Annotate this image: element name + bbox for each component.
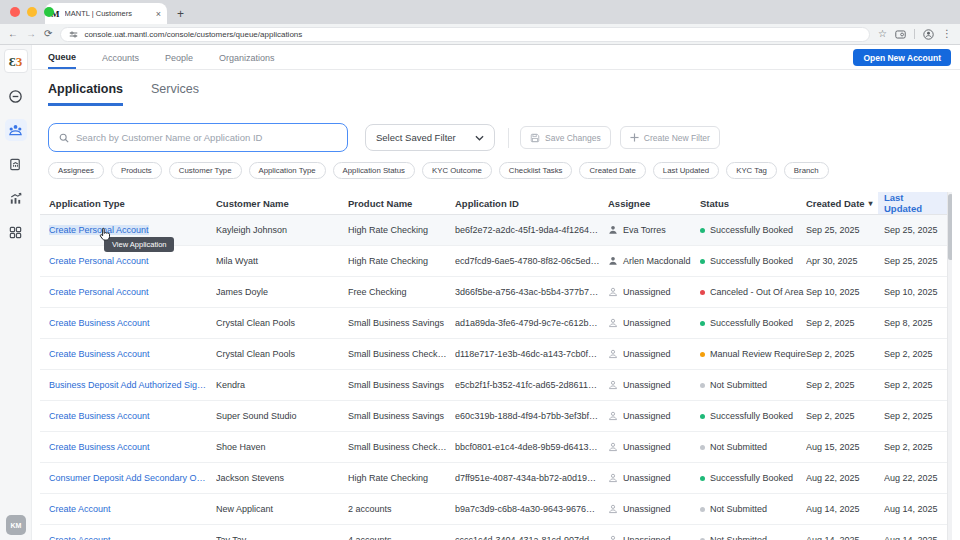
application-type-link[interactable]: Create Business Account bbox=[49, 318, 216, 328]
customer-name-cell: Kayleigh Johnson bbox=[216, 225, 348, 235]
kebab-menu-icon[interactable]: ⋮ bbox=[942, 29, 952, 39]
filter-chip[interactable]: Customer Type bbox=[169, 162, 242, 179]
assignee-cell: Unassigned bbox=[608, 411, 700, 421]
back-icon[interactable]: ← bbox=[8, 29, 18, 39]
table-row[interactable]: Consumer Deposit Add Secondary Owner Jac… bbox=[40, 463, 952, 494]
window-controls[interactable] bbox=[10, 7, 54, 17]
forward-icon[interactable]: → bbox=[26, 29, 36, 39]
tab-close-icon[interactable]: × bbox=[156, 9, 161, 19]
filter-chip[interactable]: KYC Outcome bbox=[422, 162, 492, 179]
col-customer-name[interactable]: Customer Name bbox=[216, 192, 348, 214]
table-row[interactable]: Create Account Tay Tay 4 accounts cccc1c… bbox=[40, 525, 952, 540]
bookmark-star-icon[interactable]: ☆ bbox=[878, 29, 887, 39]
table-row[interactable]: Create Personal Account James Doyle Free… bbox=[40, 277, 952, 308]
table-scrollbar[interactable] bbox=[947, 192, 952, 540]
nav-item-accounts[interactable]: Accounts bbox=[102, 46, 139, 68]
application-type-link[interactable]: Create Personal Account bbox=[49, 256, 216, 266]
saved-filter-dropdown[interactable]: Select Saved Filter bbox=[365, 124, 495, 151]
tab-search-icon[interactable] bbox=[895, 30, 906, 39]
user-avatar[interactable]: KM bbox=[6, 515, 26, 535]
last-updated-cell: Sep 2, 2025 bbox=[884, 442, 952, 452]
last-updated-cell: Sep 2, 2025 bbox=[884, 380, 952, 390]
status-cell: Successfully Booked bbox=[700, 473, 806, 483]
table-row[interactable]: Create Personal Account Mila Wyatt High … bbox=[40, 246, 952, 277]
assignee-cell: Arlen Macdonald bbox=[608, 256, 700, 266]
product-name-cell: High Rate Checking bbox=[348, 225, 455, 235]
application-id-cell: cccc1c4d-3404-431a-81cd-907dd27b7253 bbox=[455, 535, 608, 540]
application-type-link[interactable]: Create Personal Account bbox=[49, 225, 216, 235]
status-cell: Not Submitted bbox=[700, 535, 806, 540]
application-type-link[interactable]: Create Business Account bbox=[49, 411, 216, 421]
col-created-date[interactable]: Created Date▾ bbox=[806, 192, 884, 214]
nav-item-people[interactable]: People bbox=[165, 46, 193, 68]
sidebar-item-analytics[interactable] bbox=[5, 187, 27, 209]
col-last-updated[interactable]: Last Updated▾ bbox=[878, 192, 952, 214]
customer-name-cell: Kendra bbox=[216, 380, 348, 390]
sidebar-item-apps[interactable] bbox=[5, 221, 27, 243]
application-type-link[interactable]: Create Business Account bbox=[49, 442, 216, 452]
window-close-button[interactable] bbox=[10, 7, 20, 17]
toolbar-divider bbox=[914, 29, 915, 39]
reload-icon[interactable]: ⟳ bbox=[44, 29, 52, 39]
browser-tab[interactable]: M MANTL | Customers × bbox=[45, 3, 167, 24]
filter-chip[interactable]: Created Date bbox=[579, 162, 645, 179]
customer-name-cell: Jackson Stevens bbox=[216, 473, 348, 483]
status-cell: Successfully Booked bbox=[700, 256, 806, 266]
table-row[interactable]: Create Business Account Crystal Clean Po… bbox=[40, 308, 952, 339]
search-field[interactable] bbox=[48, 123, 348, 152]
table-row[interactable]: Business Deposit Add Authorized Signer K… bbox=[40, 370, 952, 401]
filter-chip[interactable]: KYC Tag bbox=[726, 162, 777, 179]
table-row[interactable]: Create Business Account Super Sound Stud… bbox=[40, 401, 952, 432]
last-updated-cell: Sep 2, 2025 bbox=[884, 349, 952, 359]
table-row[interactable]: Create Account New Applicant 2 accounts … bbox=[40, 494, 952, 525]
application-type-link[interactable]: Create Account bbox=[49, 535, 216, 540]
profile-icon[interactable] bbox=[923, 29, 934, 40]
filter-chip[interactable]: Application Status bbox=[333, 162, 415, 179]
application-type-link[interactable]: Create Personal Account bbox=[49, 287, 216, 297]
filter-chip[interactable]: Application Type bbox=[249, 162, 326, 179]
sidebar-item-queue[interactable] bbox=[5, 85, 27, 107]
table-row[interactable]: Create Business Account Crystal Clean Po… bbox=[40, 339, 952, 370]
product-name-cell: High Rate Checking bbox=[348, 256, 455, 266]
scrollbar-thumb[interactable] bbox=[948, 194, 952, 260]
sidebar-item-customers[interactable] bbox=[5, 119, 27, 141]
application-type-link[interactable]: Create Account bbox=[49, 504, 216, 514]
nav-item-queue[interactable]: Queue bbox=[48, 45, 76, 69]
filter-chip[interactable]: Checklist Tasks bbox=[499, 162, 573, 179]
filter-chip[interactable]: Branch bbox=[784, 162, 829, 179]
col-assignee[interactable]: Assignee bbox=[608, 192, 700, 214]
sort-caret-icon: ▾ bbox=[869, 199, 873, 208]
search-input[interactable] bbox=[76, 132, 337, 143]
filter-chip[interactable]: Products bbox=[111, 162, 162, 179]
table-row[interactable]: Create Personal Account Kayleigh Johnson… bbox=[40, 215, 952, 246]
application-type-link[interactable]: Business Deposit Add Authorized Signer bbox=[49, 380, 216, 390]
site-settings-icon[interactable] bbox=[69, 30, 78, 39]
tab-services[interactable]: Services bbox=[151, 82, 199, 106]
save-changes-button[interactable]: Save Changes bbox=[520, 126, 611, 149]
created-date-cell: Sep 2, 2025 bbox=[806, 411, 884, 421]
col-application-type[interactable]: Application Type bbox=[49, 192, 216, 214]
product-name-cell: Small Business Savings bbox=[348, 411, 455, 421]
apps-grid-icon bbox=[8, 225, 23, 240]
col-application-id[interactable]: Application ID bbox=[455, 192, 608, 214]
filter-chip[interactable]: Assignees bbox=[48, 162, 104, 179]
create-new-filter-button[interactable]: Create New Filter bbox=[620, 126, 720, 149]
new-tab-button[interactable]: + bbox=[177, 7, 184, 21]
sidebar-item-services[interactable] bbox=[5, 153, 27, 175]
table-row[interactable]: Create Business Account Shoe Haven Small… bbox=[40, 432, 952, 463]
application-type-link[interactable]: Create Business Account bbox=[49, 349, 216, 359]
tab-applications[interactable]: Applications bbox=[48, 82, 123, 106]
col-status[interactable]: Status bbox=[700, 192, 806, 214]
filter-chip[interactable]: Last Updated bbox=[653, 162, 719, 179]
application-type-link[interactable]: Consumer Deposit Add Secondary Owner bbox=[49, 473, 216, 483]
product-name-cell: Small Business Savings bbox=[348, 318, 455, 328]
person-icon bbox=[608, 225, 618, 235]
nav-item-organizations[interactable]: Organizations bbox=[219, 46, 275, 68]
col-product-name[interactable]: Product Name bbox=[348, 192, 455, 214]
window-minimize-button[interactable] bbox=[27, 7, 37, 17]
open-new-account-button[interactable]: Open New Account bbox=[853, 49, 951, 66]
address-bar[interactable]: console.uat.mantl.com/console/customers/… bbox=[60, 27, 870, 42]
bank-logo[interactable]: Ɛ3 bbox=[4, 49, 28, 73]
window-zoom-button[interactable] bbox=[44, 7, 54, 17]
customer-name-cell: Crystal Clean Pools bbox=[216, 318, 348, 328]
